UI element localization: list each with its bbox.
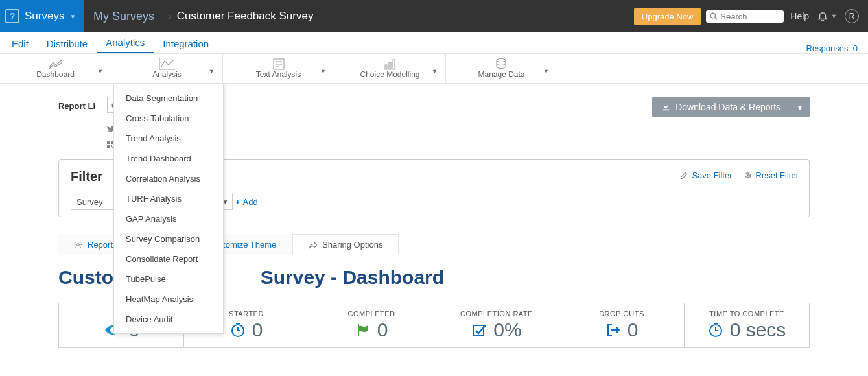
- toolbar-choice-label: Choice Modelling: [360, 70, 419, 79]
- toolbar-analysis-label: Analysis: [152, 70, 182, 79]
- reset-filter-button[interactable]: Reset Filter: [744, 170, 799, 180]
- toolbar-dashboard[interactable]: Dashboard ▼: [0, 54, 111, 83]
- stat-label: COMPLETED: [348, 310, 395, 318]
- toolbar-manage-data[interactable]: Manage Data ▼: [446, 54, 557, 83]
- toolbar-dashboard-label: Dashboard: [36, 70, 75, 79]
- svg-point-11: [497, 58, 506, 62]
- checkbox-icon: [471, 322, 487, 338]
- notifications-button[interactable]: ▼: [817, 10, 837, 22]
- breadcrumb-current: Customer Feedback Survey: [177, 10, 314, 23]
- stat-value: 0%: [493, 319, 521, 341]
- svg-rect-9: [389, 62, 391, 69]
- chevron-down-icon: ▼: [97, 68, 103, 75]
- plus-icon: +: [235, 197, 240, 207]
- chevron-down-icon: ▼: [797, 104, 803, 112]
- chevron-down-icon: ▼: [543, 68, 549, 75]
- database-icon: [495, 58, 508, 70]
- menu-item-tubepulse[interactable]: TubePulse: [114, 269, 223, 289]
- search-icon: [710, 12, 718, 20]
- svg-rect-14: [107, 145, 110, 148]
- stat-label: STARTED: [229, 310, 264, 318]
- download-icon: [661, 102, 670, 112]
- edit-icon: [680, 172, 688, 180]
- svg-point-18: [77, 243, 80, 246]
- svg-rect-10: [393, 60, 395, 69]
- dashboard-icon: [48, 58, 64, 70]
- reset-icon: [744, 172, 752, 180]
- svg-line-1: [715, 18, 717, 19]
- svg-rect-17: [663, 110, 670, 111]
- bell-icon: [817, 10, 828, 22]
- upgrade-button[interactable]: Upgrade Now: [634, 8, 701, 25]
- avatar[interactable]: R: [845, 9, 859, 23]
- clock-icon: [230, 322, 246, 338]
- breadcrumb-root[interactable]: My Surveys: [84, 10, 163, 23]
- main-tabs: Edit Distribute Analytics Integration Re…: [0, 32, 868, 54]
- report-link-label: Report Li: [58, 101, 95, 111]
- menu-item-survey-comparison[interactable]: Survey Comparison: [114, 229, 223, 249]
- menu-item-trend-analysis[interactable]: Trend Analysis: [114, 128, 223, 148]
- search-input[interactable]: [720, 12, 779, 21]
- tab-edit[interactable]: Edit: [3, 34, 38, 53]
- responses-count: Responses: 0: [806, 43, 866, 53]
- stat-value: 0 secs: [730, 319, 786, 341]
- download-reports-dropdown[interactable]: ▼: [790, 97, 810, 117]
- search-input-wrap[interactable]: [706, 10, 784, 23]
- toolbar-analysis[interactable]: Analysis ▼: [111, 54, 223, 83]
- clock-icon: [708, 322, 723, 338]
- text-analysis-icon: [272, 58, 285, 70]
- analysis-icon: [159, 58, 175, 70]
- top-bar: ? Surveys ▼ My Surveys › Customer Feedba…: [0, 0, 868, 32]
- gear-icon: [74, 241, 82, 249]
- svg-rect-8: [385, 65, 387, 69]
- tab-integration[interactable]: Integration: [154, 34, 218, 53]
- menu-item-heatmap-analysis[interactable]: HeatMap Analysis: [114, 289, 223, 309]
- chevron-down-icon: ▼: [320, 68, 326, 75]
- download-reports-button[interactable]: Download Data & Reports: [652, 97, 790, 117]
- chevron-down-icon: ▼: [432, 68, 438, 75]
- svg-point-0: [710, 13, 716, 18]
- stat-completed: COMPLETED 0: [309, 303, 434, 347]
- sharing-options-tab[interactable]: Sharing Options: [292, 234, 399, 255]
- chevron-down-icon: ▼: [209, 68, 215, 75]
- add-filter-label: Add: [242, 197, 257, 207]
- share-icon: [309, 241, 317, 249]
- chevron-down-icon: ▼: [69, 13, 76, 20]
- toolbar-text-analysis[interactable]: Text Analysis ▼: [223, 54, 334, 83]
- product-switcher[interactable]: ? Surveys ▼: [0, 0, 84, 32]
- choice-modelling-icon: [382, 58, 398, 70]
- tab-analytics[interactable]: Analytics: [97, 33, 154, 53]
- chevron-right-icon: ›: [163, 11, 177, 21]
- exit-icon: [605, 322, 621, 338]
- analytics-toolbar: Dashboard ▼ Analysis ▼ Text Analysis ▼ C…: [0, 54, 868, 84]
- toolbar-manage-label: Manage Data: [478, 70, 524, 79]
- add-filter-button[interactable]: + Add: [235, 197, 258, 207]
- menu-item-device-audit[interactable]: Device Audit: [114, 309, 223, 329]
- logo-icon: ?: [5, 9, 19, 23]
- analysis-dropdown: Data Segmentation Cross-Tabulation Trend…: [113, 84, 224, 334]
- menu-item-data-segmentation[interactable]: Data Segmentation: [114, 88, 223, 108]
- stat-value: 0: [252, 319, 263, 341]
- stat-dropouts: DROP OUTS 0: [559, 303, 685, 347]
- menu-item-trend-dashboard[interactable]: Trend Dashboard: [114, 148, 223, 169]
- flag-icon: [355, 322, 371, 338]
- menu-item-cross-tabulation[interactable]: Cross-Tabulation: [114, 108, 223, 128]
- toolbar-choice-modelling[interactable]: Choice Modelling ▼: [334, 54, 446, 83]
- toolbar-text-label: Text Analysis: [256, 70, 301, 79]
- stat-label: DROP OUTS: [599, 310, 644, 318]
- menu-item-consolidate-report[interactable]: Consolidate Report: [114, 249, 223, 269]
- save-filter-button[interactable]: Save Filter: [680, 170, 732, 180]
- stat-value: 0: [628, 319, 639, 341]
- menu-item-turf-analysis[interactable]: TURF Analysis: [114, 189, 223, 209]
- tab-distribute[interactable]: Distribute: [38, 34, 97, 53]
- svg-rect-15: [111, 145, 112, 147]
- stat-label: COMPLETION RATE: [460, 310, 533, 318]
- stat-label: TIME TO COMPLETE: [709, 310, 784, 318]
- menu-item-gap-analysis[interactable]: GAP Analysis: [114, 209, 223, 229]
- stat-time-to-complete: TIME TO COMPLETE 0 secs: [685, 303, 809, 347]
- help-link[interactable]: Help: [790, 11, 809, 21]
- menu-item-correlation-analysis[interactable]: Correlation Analysis: [114, 169, 223, 189]
- stat-completion-rate: COMPLETION RATE 0%: [434, 303, 559, 347]
- download-label: Download Data & Reports: [675, 102, 780, 112]
- chevron-down-icon: ▼: [831, 13, 837, 19]
